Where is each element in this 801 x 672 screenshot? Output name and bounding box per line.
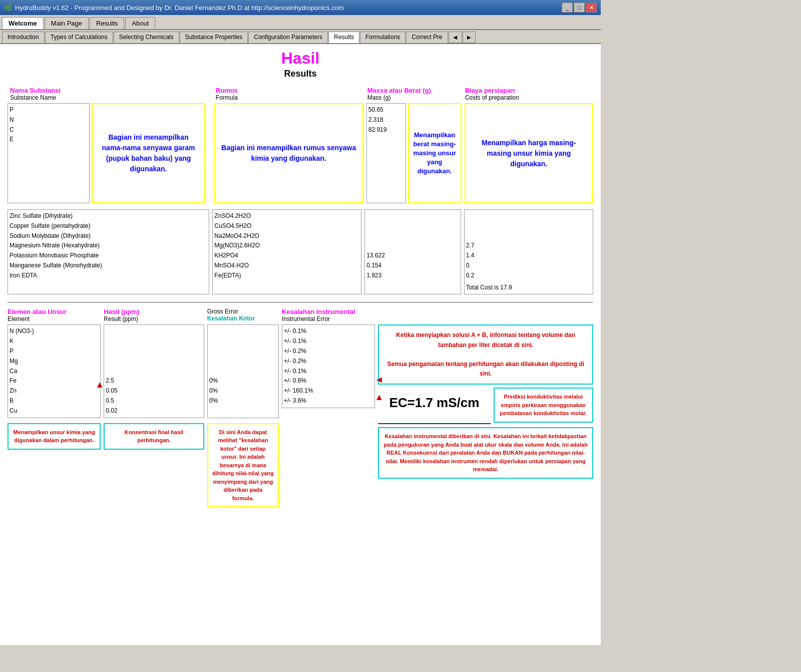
col-cost-header-en: Costs of preparation bbox=[465, 94, 593, 101]
col-mass-header-id: Massa atau Berat (g) bbox=[367, 87, 462, 94]
sub-tab-selecting[interactable]: Selecting Chemicals bbox=[114, 32, 179, 43]
cost-magnesium: 2.7 bbox=[466, 241, 591, 251]
cost-potassium: 1.4 bbox=[466, 251, 591, 261]
minimize-button[interactable]: _ bbox=[562, 3, 573, 13]
formula-magnesium: Mg(NO3)2.6H2O bbox=[214, 241, 359, 251]
substance-copper: Copper Sulfate (pentahydrate) bbox=[10, 221, 207, 231]
element-k: K bbox=[10, 337, 99, 347]
formula-manganese: MnSO4.H2O bbox=[214, 261, 359, 271]
main-content: Hasil Results Nama Substansi Substance N… bbox=[0, 44, 601, 645]
substance-potassium: Potassium Monobasic Phosphate bbox=[10, 251, 207, 261]
formula-sodium: Na2MoO4.2H2O bbox=[214, 231, 359, 241]
ec-value: EC=1.7 mS/cm bbox=[386, 388, 482, 418]
formula-copper: CuSO4.5H2O bbox=[214, 221, 359, 231]
sub-tabs: Introduction Types of Calculations Selec… bbox=[0, 30, 601, 44]
element-p: P bbox=[10, 347, 99, 357]
mass-manganese: 0.154 bbox=[366, 261, 459, 271]
col-name-header-id: Nama Substansi bbox=[10, 87, 213, 94]
formula-potassium: KH2PO4 bbox=[214, 251, 359, 261]
close-button[interactable]: ✕ bbox=[586, 3, 597, 13]
sub-tab-config[interactable]: Configuration Parameters bbox=[248, 32, 328, 43]
substance-iron: Iron EDTA bbox=[10, 271, 207, 281]
cost-manganese: 0 bbox=[466, 261, 591, 271]
sub-tab-correctpre[interactable]: Correct Pre bbox=[406, 32, 448, 43]
menu-tab-mainpage[interactable]: Main Page bbox=[45, 17, 89, 29]
mass-iron: 1.923 bbox=[366, 271, 459, 281]
element-zn: Zn bbox=[10, 386, 99, 396]
substance-name-partial: P N C E bbox=[10, 105, 88, 145]
formula-zinc: ZnSO4.2H2O bbox=[214, 211, 359, 221]
element-no3: N (NO3-) bbox=[10, 326, 99, 337]
tooltip-info-top: Ketika menyiapkan solusi A + B, informas… bbox=[384, 330, 587, 379]
menu-tabs: Welcome Main Page Results About bbox=[0, 15, 601, 30]
titlebar: 🌿 HydroBuddy v1.62 - Programmed and Desi… bbox=[0, 0, 601, 15]
mass-zinc bbox=[366, 211, 459, 221]
app-title: HydroBuddy v1.62 - Programmed and Design… bbox=[15, 4, 344, 12]
tooltip-cost: Menampilkan harga masing-masing unsur ki… bbox=[471, 138, 588, 169]
tooltip-konsentrasi: Konsentrasi final hasil perhitungan. bbox=[109, 428, 199, 445]
total-cost: Total Cost is 17.9 bbox=[466, 283, 591, 293]
menu-tab-results[interactable]: Results bbox=[90, 17, 124, 29]
substance-manganese: Manganese Sulfate (Monohydrate) bbox=[10, 261, 207, 271]
titlebar-controls: _ □ ✕ bbox=[562, 3, 597, 13]
restore-button[interactable]: □ bbox=[574, 3, 585, 13]
app-icon: 🌿 bbox=[4, 4, 12, 12]
nav-right-button[interactable]: ► bbox=[463, 32, 476, 43]
substance-zinc: Zinc Sulfate (Dihydrate) bbox=[10, 211, 207, 221]
menu-tab-about[interactable]: About bbox=[125, 17, 155, 29]
col-mass-header-en: Mass (g) bbox=[367, 94, 462, 101]
tooltip-name: Bagian ini menampilkan nama-nama senyawa… bbox=[98, 132, 200, 174]
tooltip-element: Menampilkan unsur kimia yang digunakan d… bbox=[13, 428, 96, 445]
col-instr-header-id: Kesalahan Instrumental bbox=[282, 308, 375, 315]
substance-sodium: Sodium Molybdate (Dihydrate) bbox=[10, 231, 207, 241]
mass-magnesium bbox=[366, 241, 459, 251]
element-cu: Cu bbox=[10, 406, 99, 416]
mass-sodium bbox=[366, 231, 459, 241]
tooltip-instr-error: Kesalahan instrumental diberikan di sini… bbox=[383, 432, 588, 474]
substance-magnesium: Magnesium Nitrate (Hexahydrate) bbox=[10, 241, 207, 251]
col-gross-header-en: Gross Error bbox=[207, 308, 279, 315]
col-element-header-en: Element bbox=[8, 315, 101, 322]
nav-left-button[interactable]: ◄ bbox=[449, 32, 462, 43]
formula-iron: Fe(EDTA) bbox=[214, 271, 359, 281]
page-title-en: Results bbox=[8, 69, 593, 79]
sub-tab-results[interactable]: Results bbox=[328, 32, 359, 43]
col-instr-header-en: Instrumental Error bbox=[282, 315, 375, 322]
element-b: B bbox=[10, 396, 99, 406]
page-title-id: Hasil bbox=[8, 49, 593, 68]
col-element-header-id: Elemen atau Unsur bbox=[8, 308, 101, 315]
sub-tab-introduction[interactable]: Introduction bbox=[2, 32, 45, 43]
col-result-header-en: Result (ppm) bbox=[104, 315, 204, 322]
element-fe: Fe bbox=[10, 376, 99, 386]
element-mg: Mg bbox=[10, 357, 99, 367]
col-result-header-id: Hasil (ppm) bbox=[104, 308, 204, 315]
sub-tab-substance[interactable]: Substance Properties bbox=[180, 32, 248, 43]
sub-tab-types[interactable]: Types of Calculations bbox=[45, 32, 113, 43]
tooltip-pred: Prediksi konduktivitas melalui empiris p… bbox=[499, 393, 588, 418]
tooltip-gross: Di sini Anda dapat melihat "kesalahan ko… bbox=[212, 428, 274, 503]
mass-copper bbox=[366, 221, 459, 231]
mass-potassium: 13.622 bbox=[366, 251, 459, 261]
cost-iron: 0.2 bbox=[466, 271, 591, 281]
tooltip-formula: Bagian ini menampilkan rumus senyawa kim… bbox=[220, 143, 357, 164]
col-formula-header-id: Rumus bbox=[216, 87, 364, 94]
menu-tab-welcome[interactable]: Welcome bbox=[2, 17, 44, 29]
tooltip-mass: Menampilkan berat masing-masing unsur ya… bbox=[413, 131, 457, 176]
col-formula-header-en: Formula bbox=[216, 94, 364, 101]
col-cost-header-id: Biaya persiapan bbox=[465, 87, 593, 94]
col-name-header-en: Substance Name bbox=[10, 94, 213, 101]
titlebar-left: 🌿 HydroBuddy v1.62 - Programmed and Desi… bbox=[4, 4, 344, 12]
sub-tab-formulations[interactable]: Formulations bbox=[360, 32, 406, 43]
element-ca: Ca bbox=[10, 367, 99, 377]
col-gross-header-id: Kesalahan Kotor bbox=[207, 315, 279, 322]
